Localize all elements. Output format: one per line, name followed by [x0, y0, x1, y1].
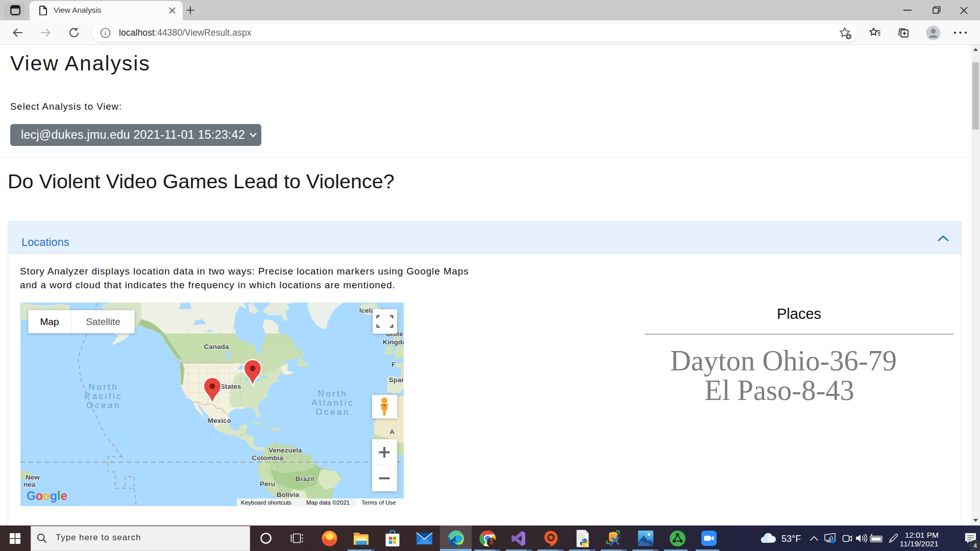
svg-text:Keyboard shortcuts: Keyboard shortcuts: [241, 499, 291, 506]
svg-text:North: North: [317, 389, 348, 398]
svg-text:Satellite: Satellite: [86, 316, 120, 327]
svg-text:Terms of Use: Terms of Use: [361, 499, 396, 506]
svg-text:o: o: [43, 489, 50, 503]
svg-text:New: New: [26, 473, 40, 481]
svg-text:A: A: [389, 428, 395, 436]
svg-text:Atlantic: Atlantic: [311, 398, 354, 408]
svg-text:Map: Map: [40, 316, 59, 327]
svg-text:Pacific: Pacific: [85, 391, 123, 401]
svg-text:Brazil: Brazil: [296, 475, 314, 483]
svg-text:G: G: [27, 489, 36, 503]
svg-text:e: e: [61, 489, 67, 503]
svg-text:Spai: Spai: [389, 376, 404, 384]
svg-text:o: o: [36, 489, 43, 503]
svg-text:States: States: [220, 383, 241, 390]
svg-text:F: F: [391, 361, 396, 368]
svg-text:Ocean: Ocean: [315, 407, 350, 417]
svg-text:Mexico: Mexico: [208, 417, 231, 424]
svg-text:Ocean: Ocean: [86, 400, 121, 410]
svg-text:Map data ©2021: Map data ©2021: [306, 499, 350, 506]
svg-text:North: North: [88, 382, 118, 392]
svg-text:Canada: Canada: [204, 343, 229, 350]
svg-text:nea: nea: [23, 481, 36, 488]
svg-text:Bolivia: Bolivia: [277, 491, 300, 498]
svg-text:Colombia: Colombia: [252, 454, 283, 462]
svg-text:g: g: [50, 489, 57, 503]
svg-text:Peru: Peru: [260, 480, 275, 488]
svg-text:l: l: [57, 489, 60, 503]
svg-text:Kingdo: Kingdo: [383, 338, 404, 346]
svg-text:Venezuela: Venezuela: [268, 446, 302, 454]
